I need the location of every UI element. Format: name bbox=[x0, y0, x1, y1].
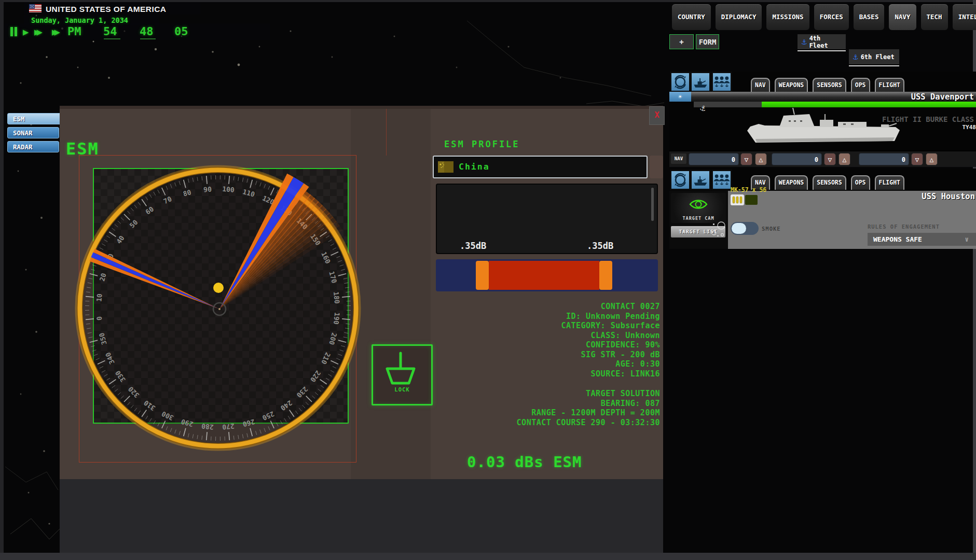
play-button[interactable]: ▶ bbox=[23, 27, 29, 37]
tab-nav[interactable]: NAV bbox=[751, 78, 770, 92]
fastest-forward-button[interactable]: ▶▶ bbox=[52, 27, 60, 37]
spinner-down-button[interactable]: ▽ bbox=[911, 153, 923, 165]
svg-text:180: 180 bbox=[332, 291, 341, 304]
slider-handle-left[interactable] bbox=[476, 261, 489, 290]
fleet-button-4th[interactable]: ⚓ 4th Fleet bbox=[798, 34, 846, 49]
smoke-label: SMOKE bbox=[762, 226, 781, 232]
pause-button[interactable] bbox=[10, 27, 17, 36]
add-formation-button[interactable]: + bbox=[669, 34, 694, 49]
solution-line: BEARING: 087 bbox=[452, 399, 660, 409]
contact-info-block: CONTACT 0027 ID: Unknown Pending CATEGOR… bbox=[452, 302, 660, 379]
spinner-up-button[interactable]: △ bbox=[838, 153, 850, 165]
lock-button[interactable]: LOCK bbox=[372, 344, 433, 405]
tab-missions[interactable]: MISSIONS bbox=[766, 4, 809, 30]
spinner-value-1[interactable]: 0 bbox=[689, 153, 739, 165]
tab-diplomacy[interactable]: DIPLOMACY bbox=[716, 4, 762, 30]
game-date: Sunday, January 1, 2034 bbox=[31, 16, 128, 24]
esm-signal-readout: 0.03 dBs ESM bbox=[467, 453, 582, 471]
profile-list-scroll[interactable] bbox=[650, 156, 663, 178]
signal-histogram-box: .35dB .35dB bbox=[436, 184, 658, 254]
sensor-tab-esm[interactable]: ESM bbox=[7, 113, 61, 124]
esm-profile-entry-row[interactable]: China bbox=[433, 156, 648, 178]
tab-bases[interactable]: BASES bbox=[854, 4, 885, 30]
lock-button-label: LOCK bbox=[373, 386, 431, 393]
esm-window: ESM 010203040506070809010011012013014015… bbox=[60, 106, 663, 479]
roe-label: RULES OF ENGAGEMENT bbox=[868, 223, 940, 230]
time-underline bbox=[140, 38, 156, 39]
tab-ops[interactable]: OPS bbox=[851, 175, 870, 190]
anchor-icon: ⚓ bbox=[802, 37, 807, 47]
china-flag-icon bbox=[438, 161, 453, 173]
globe-icon-button[interactable] bbox=[670, 72, 690, 92]
crew-icon bbox=[713, 171, 731, 189]
svg-text:100: 100 bbox=[222, 185, 235, 194]
nav-badge: NAV bbox=[671, 153, 686, 164]
esm-profile-title: ESM PROFILE bbox=[444, 139, 520, 149]
close-window-button[interactable]: X bbox=[649, 106, 665, 125]
svg-text:10: 10 bbox=[95, 293, 103, 302]
sensor-tab-radar[interactable]: RADAR bbox=[7, 141, 59, 152]
ship-panel-davenport: NAV WEAPONS SENSORS OPS FLIGHT ☀ USS Dav… bbox=[669, 72, 976, 166]
ship-icon-button[interactable] bbox=[691, 72, 710, 92]
crew-icon-button[interactable] bbox=[712, 72, 732, 92]
frequency-range-slider[interactable] bbox=[436, 259, 658, 291]
tab-intel[interactable]: INTEL bbox=[953, 4, 976, 30]
histogram-scrollbar[interactable] bbox=[651, 188, 654, 221]
fleet-button-6th[interactable]: ⚓ 6th Fleet bbox=[849, 49, 899, 64]
contact-line: CONTACT 0027 bbox=[452, 302, 660, 312]
toggle-knob bbox=[732, 223, 746, 234]
missile-stock-icon[interactable] bbox=[731, 194, 744, 205]
crew-icon-button[interactable] bbox=[712, 170, 732, 190]
tab-weapons[interactable]: WEAPONS bbox=[775, 78, 808, 92]
esm-bearing-dial[interactable]: 0102030405060708090100110120130140150160… bbox=[66, 157, 370, 460]
tab-flight[interactable]: FLIGHT bbox=[875, 175, 905, 190]
time-field-1[interactable]: 54 bbox=[103, 25, 117, 38]
spinner-down-button[interactable]: ▽ bbox=[740, 153, 752, 165]
tab-sensors[interactable]: SENSORS bbox=[813, 175, 846, 190]
sun-status-button[interactable]: ☀ bbox=[669, 92, 691, 102]
spinner-up-button[interactable]: △ bbox=[926, 153, 938, 165]
tab-weapons[interactable]: WEAPONS bbox=[775, 175, 808, 190]
tab-country[interactable]: COUNTRY bbox=[672, 4, 711, 30]
smoke-toggle[interactable] bbox=[731, 222, 759, 235]
db-readout-right: .35dB bbox=[587, 241, 613, 251]
fleet-label: 6th Fleet bbox=[861, 53, 895, 61]
main-menu-tabs: COUNTRY DIPLOMACY MISSIONS FORCES BASES … bbox=[672, 4, 976, 30]
svg-text:280: 280 bbox=[201, 422, 214, 431]
spinner-row: NAV 0 ▽ △ 0 ▽ △ 0 ▽ △ bbox=[669, 150, 976, 167]
eye-icon bbox=[688, 197, 709, 212]
roe-dropdown[interactable]: WEAPONS SAFE ∨ bbox=[868, 233, 976, 246]
houston-tabs: NAV WEAPONS SENSORS OPS FLIGHT bbox=[751, 175, 904, 190]
target-cam-button[interactable]: TARGET CAM bbox=[671, 193, 726, 223]
sensor-tab-sonar[interactable]: SONAR bbox=[7, 127, 59, 138]
contact-line: SIG STR - 200 dB bbox=[452, 350, 660, 360]
tab-sensors[interactable]: SENSORS bbox=[813, 78, 846, 92]
weapon-stock-label: MK-57 x 56 bbox=[731, 186, 766, 193]
solution-line: RANGE - 1200M DEPTH = 200M bbox=[452, 408, 660, 418]
svg-text:270: 270 bbox=[222, 422, 235, 431]
tab-navy[interactable]: NAVY bbox=[889, 4, 916, 30]
molecule-doodle-icon bbox=[710, 219, 726, 238]
ship-panel-houston: NAV WEAPONS SENSORS OPS FLIGHT MK-57 x 5… bbox=[669, 169, 976, 249]
tab-forces[interactable]: FORCES bbox=[814, 4, 849, 30]
solution-line: TARGET SOLUTION bbox=[452, 389, 660, 399]
davenport-tabs: NAV WEAPONS SENSORS OPS FLIGHT bbox=[751, 78, 904, 92]
time-field-3: 05 bbox=[174, 25, 188, 38]
fast-forward-button[interactable]: ▶▶ bbox=[34, 27, 43, 37]
globe-icon-button[interactable] bbox=[670, 170, 690, 190]
tab-ops[interactable]: OPS bbox=[851, 78, 870, 92]
time-field-2[interactable]: 48 bbox=[140, 25, 154, 38]
form-button[interactable]: FORM bbox=[696, 34, 719, 49]
db-readout-left: .35dB bbox=[460, 241, 486, 251]
spinner-up-button[interactable]: △ bbox=[755, 153, 767, 165]
time-band bbox=[4, 23, 270, 40]
spinner-value-2[interactable]: 0 bbox=[772, 153, 822, 165]
spinner-down-button[interactable]: ▽ bbox=[824, 153, 836, 165]
globe-icon bbox=[671, 73, 689, 91]
ship-icon-button[interactable] bbox=[691, 170, 710, 190]
ship-silhouette bbox=[742, 108, 908, 150]
tab-flight[interactable]: FLIGHT bbox=[875, 78, 905, 92]
slider-handle-right[interactable] bbox=[599, 261, 612, 290]
spinner-value-3[interactable]: 0 bbox=[859, 153, 909, 165]
tab-tech[interactable]: TECH bbox=[921, 4, 948, 30]
